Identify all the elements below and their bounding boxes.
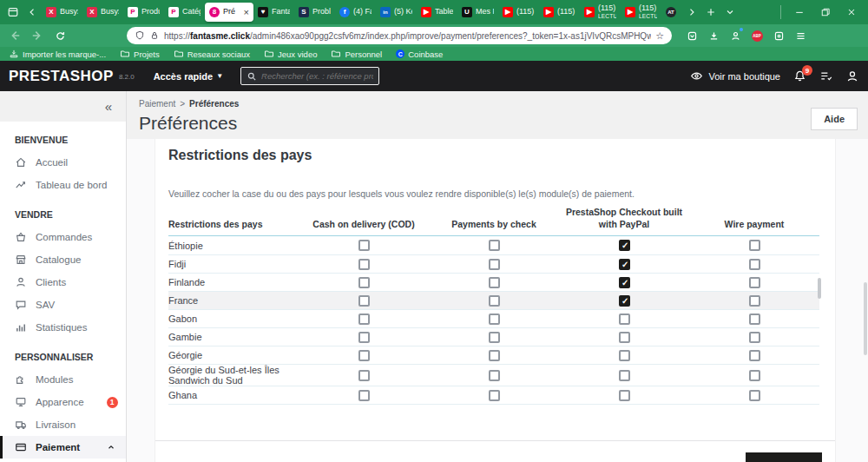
payment-checkbox[interactable] [619, 390, 630, 401]
browser-tab[interactable]: in(5) Ke [376, 3, 417, 22]
payment-checkbox[interactable] [489, 332, 500, 343]
payment-checkbox[interactable] [358, 370, 370, 381]
table-scroll-area[interactable]: ÉthiopieFidjiFinlandeFranceGabonGambieGé… [168, 236, 822, 411]
sidebar-item-livraison[interactable]: Livraison [0, 413, 126, 436]
browser-tab[interactable]: ♥Fanta [253, 3, 294, 22]
reload-icon[interactable] [50, 27, 69, 44]
collapse-sidebar-icon[interactable]: « [105, 99, 112, 114]
notifications-button[interactable]: 9 [793, 69, 806, 82]
payment-checkbox[interactable] [489, 390, 500, 401]
addon-icon[interactable] [769, 27, 788, 44]
pocket-icon[interactable] [682, 27, 701, 44]
sidebar-item-tableau-de-bord[interactable]: Tableau de bord [0, 174, 126, 196]
payment-checkbox[interactable] [489, 240, 500, 251]
payment-checkbox[interactable] [489, 370, 500, 381]
sidebar-item-statistiques[interactable]: Statistiques [0, 316, 126, 339]
payment-checkbox[interactable] [749, 277, 760, 288]
bookmark-item[interactable]: Projets [120, 49, 160, 59]
quick-access-dropdown[interactable]: Accès rapide▼ [154, 71, 223, 82]
new-tab-icon[interactable] [701, 3, 720, 22]
payment-checkbox[interactable] [489, 277, 500, 288]
payment-checkbox[interactable] [749, 350, 760, 361]
activity-log-icon[interactable] [819, 69, 832, 82]
browser-tab[interactable]: ▶Tablea [417, 3, 457, 22]
payment-checkbox[interactable] [619, 370, 630, 381]
payment-checkbox[interactable] [749, 390, 760, 401]
payment-checkbox[interactable] [358, 277, 370, 288]
payment-checkbox[interactable] [619, 350, 630, 361]
sidebar-item-sav[interactable]: SAV [0, 294, 126, 316]
view-shop-button[interactable]: Voir ma boutique [690, 69, 780, 82]
payment-checkbox[interactable] [749, 314, 760, 325]
browser-tab[interactable]: f(4) Fac [335, 3, 376, 22]
back-icon[interactable] [5, 27, 24, 44]
payment-checkbox[interactable] [358, 350, 370, 361]
prestashop-logo[interactable]: PRESTASHOP [9, 68, 114, 85]
admin-search[interactable] [240, 67, 379, 85]
browser-tab[interactable]: XBusyx [82, 3, 123, 22]
browser-tab[interactable]: AT [661, 3, 682, 22]
browser-tab[interactable]: ▶(115) A [498, 3, 539, 22]
payment-checkbox[interactable] [358, 390, 370, 401]
sidebar-item-paiement[interactable]: Paiement [0, 436, 126, 459]
browser-tab[interactable]: XBusyx [42, 3, 82, 22]
browser-tab[interactable]: UMes P [457, 3, 498, 22]
tab-close-icon[interactable]: × [244, 7, 249, 17]
payment-checkbox[interactable] [619, 314, 630, 325]
payment-checkbox[interactable] [489, 295, 500, 307]
payment-checkbox[interactable] [749, 332, 760, 343]
breadcrumb-parent[interactable]: Paiement [139, 99, 175, 109]
payment-checkbox[interactable] [358, 259, 370, 270]
payment-checkbox[interactable] [358, 240, 370, 251]
lock-icon[interactable] [149, 30, 160, 41]
payment-checkbox[interactable] [619, 240, 630, 251]
list-all-tabs-icon[interactable] [720, 3, 740, 22]
payment-checkbox[interactable] [749, 259, 760, 270]
payment-checkbox[interactable] [619, 332, 630, 343]
bookmark-item[interactable]: CCoinbase [396, 50, 443, 59]
browser-tab[interactable]: 8Pré× [205, 3, 253, 22]
sidebar-item-apparence[interactable]: Apparence1 [0, 391, 126, 413]
adblock-icon[interactable]: ABP [747, 27, 766, 44]
payment-checkbox[interactable] [358, 295, 370, 307]
browser-tab[interactable]: ▶(115) JLECTURE [580, 3, 621, 22]
scroll-tabs-left-icon[interactable] [23, 3, 42, 22]
url-bar[interactable]: https://fantasme.click/admin486xao90pgg2… [127, 27, 672, 44]
restore-icon[interactable] [812, 3, 838, 22]
bookmark-item[interactable]: Personnel [331, 49, 382, 59]
tracking-shield-icon[interactable] [135, 30, 145, 41]
payment-checkbox[interactable] [358, 332, 370, 343]
page-scrollbar[interactable] [864, 282, 867, 355]
search-input[interactable] [261, 71, 373, 81]
payment-checkbox[interactable] [749, 240, 760, 251]
help-button[interactable]: Aide [811, 108, 858, 130]
sidebar-item-accueil[interactable]: Accueil [0, 151, 126, 174]
sidebar-item-modules[interactable]: Modules [0, 368, 126, 391]
browser-tab[interactable]: ▶(115) T [539, 3, 580, 22]
browser-tab[interactable]: SProblè [294, 3, 335, 22]
browser-tab[interactable]: PProdu [123, 3, 164, 22]
payment-checkbox[interactable] [489, 314, 500, 325]
bookmark-item[interactable]: Jeux video [264, 49, 317, 59]
browser-tab[interactable]: PCatég [164, 3, 205, 22]
firefox-view-icon[interactable] [3, 3, 23, 22]
close-window-icon[interactable] [838, 3, 865, 22]
save-button[interactable] [746, 452, 822, 462]
forward-icon[interactable] [28, 27, 47, 44]
sidebar-item-clients[interactable]: Clients [0, 271, 126, 294]
scroll-tabs-right-icon[interactable] [682, 3, 701, 22]
payment-checkbox[interactable] [489, 259, 500, 270]
payment-checkbox[interactable] [358, 314, 370, 325]
bookmark-item[interactable]: Importer les marque-... [9, 49, 106, 59]
menu-icon[interactable] [791, 27, 810, 44]
minimize-icon[interactable] [786, 3, 812, 22]
sidebar-item-catalogue[interactable]: Catalogue [0, 248, 126, 271]
profile-icon[interactable] [845, 69, 859, 83]
payment-checkbox[interactable] [619, 295, 630, 307]
payment-checkbox[interactable] [489, 350, 500, 361]
bookmark-star-icon[interactable]: ☆ [655, 30, 664, 42]
downloads-icon[interactable] [704, 27, 723, 44]
account-icon[interactable] [726, 27, 745, 44]
bookmark-item[interactable]: Reseaux sociaux [174, 49, 250, 59]
sidebar-item-commandes[interactable]: Commandes [0, 226, 126, 248]
